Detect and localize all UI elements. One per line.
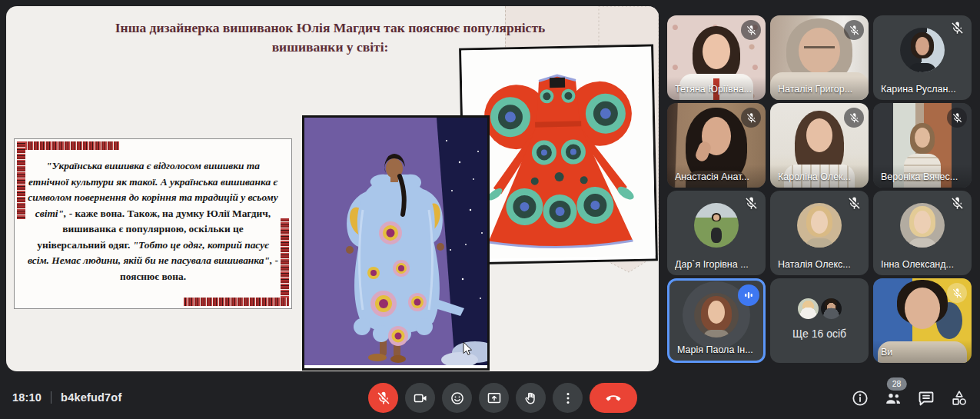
participant-name: Ви (881, 347, 892, 357)
participant-name: Наталія Олекс... (778, 259, 851, 270)
participant-name: Тетяна Юріївна... (675, 84, 752, 95)
participant-name: Марія Паола Ін... (677, 344, 753, 355)
clock-time: 18:10 (12, 391, 42, 404)
avatar (694, 203, 739, 248)
people-count-badge: 28 (887, 377, 907, 391)
mic-muted-icon (950, 196, 965, 211)
overflow-avatars (770, 298, 869, 319)
mic-muted-icon (950, 21, 965, 35)
participants-grid: Тетяна Юріївна...Наталія Григор...Карина… (667, 15, 972, 363)
chat-icon (917, 389, 935, 407)
participant-tile[interactable]: Анастасія Анат... (667, 103, 766, 188)
mic-muted-icon (947, 283, 967, 303)
mic-muted-icon (744, 196, 759, 211)
activities-button[interactable] (949, 388, 969, 408)
participant-name: Дар`я Ігорівна ... (675, 259, 749, 270)
quote-text: "Українська вишивка є відголосом вишивки… (15, 139, 291, 292)
mic-muted-icon (947, 108, 967, 128)
camera-button[interactable] (405, 383, 435, 413)
participant-tile[interactable]: Вероніка Вячес... (873, 103, 972, 188)
person-face (915, 37, 929, 55)
people-icon (884, 389, 902, 407)
google-meet-window: { "meet": { "time": "18:10", "meeting_co… (0, 0, 980, 419)
person-face (806, 118, 832, 152)
panel-buttons: 28 (850, 388, 969, 408)
person-face (703, 34, 730, 69)
participant-name: Вероніка Вячес... (881, 171, 958, 182)
hand-icon (523, 391, 539, 406)
avatar (797, 203, 842, 248)
model-blue-dress-photo (302, 115, 490, 371)
mic-muted-icon (844, 20, 864, 40)
participant-tile[interactable]: Тетяна Юріївна... (667, 15, 766, 100)
person-face (702, 117, 731, 155)
participant-tile[interactable]: Карина Руслан... (873, 15, 972, 100)
present-button[interactable] (479, 383, 509, 413)
chat-button[interactable] (916, 388, 936, 408)
person-face (799, 28, 840, 74)
reactions-button[interactable] (442, 383, 472, 413)
mic-muted-icon (847, 196, 862, 211)
more-people-label: Ще 16 осіб (770, 328, 869, 340)
participant-name: Інна Олександ... (881, 259, 954, 270)
present-icon (487, 391, 502, 406)
participant-name: Анастасія Анат... (675, 171, 749, 182)
participant-tile[interactable]: Наталія Олекс... (770, 191, 869, 275)
avatar (900, 28, 945, 72)
more-vert-icon (560, 391, 576, 406)
participant-tile[interactable]: Кароліна Олек... (770, 103, 869, 188)
quote-box: "Українська вишивка є відголосом вишивки… (14, 138, 292, 309)
people-button[interactable]: 28 (883, 388, 903, 408)
embroidery-border-left (17, 141, 25, 219)
info-icon (851, 389, 869, 407)
avatar (798, 298, 819, 319)
more-people-tile[interactable]: Ще 16 осіб (770, 278, 869, 363)
person-face (914, 211, 931, 234)
activities-icon (950, 389, 968, 407)
person-face (811, 211, 828, 234)
shared-presentation-slide[interactable]: Інша дизайнерка вишиванок Юлія Магдич та… (6, 6, 659, 371)
speaking-indicator-icon (738, 284, 759, 306)
camera-icon (413, 391, 428, 406)
person-face (915, 128, 930, 148)
embroidery-border-right (281, 218, 289, 306)
participant-name: Карина Руслан... (881, 84, 956, 95)
call-controls (368, 383, 637, 413)
mic-button[interactable] (368, 383, 398, 413)
avatar (694, 293, 739, 338)
person-face (713, 214, 719, 221)
mic-muted-icon (741, 108, 761, 128)
meeting-code: b4kefud7of (61, 391, 121, 404)
person-face (708, 301, 725, 324)
raise-hand-button[interactable] (516, 383, 546, 413)
mic-off-icon (376, 391, 391, 406)
more-options-button[interactable] (553, 383, 583, 413)
participant-name: Наталія Григор... (778, 84, 852, 95)
avatar (821, 298, 842, 319)
person-torso (904, 154, 941, 188)
participant-tile-self[interactable]: Ви (873, 278, 972, 363)
participant-tile[interactable]: Інна Олександ... (873, 191, 972, 275)
end-call-icon (606, 391, 621, 406)
meta-divider (51, 391, 51, 404)
person-torso (806, 238, 833, 248)
meeting-details-button[interactable] (850, 388, 870, 408)
participant-name: Кароліна Олек... (778, 171, 851, 182)
participant-tile[interactable]: Дар`я Ігорівна ... (667, 191, 766, 275)
meeting-meta: 18:10 b4kefud7of (12, 391, 121, 404)
embroidery-border-bottom (184, 298, 289, 306)
person-torso (909, 63, 936, 72)
person-face (905, 288, 940, 329)
embroidery-border-top (17, 141, 119, 150)
end-call-button[interactable] (590, 383, 637, 413)
mouse-cursor (461, 341, 475, 357)
person-torso (711, 228, 722, 243)
mic-muted-icon (741, 20, 761, 40)
avatar (900, 203, 945, 248)
participant-tile[interactable]: Наталія Григор... (770, 15, 869, 100)
participant-tile[interactable]: Марія Паола Ін... (667, 278, 766, 363)
person-torso (909, 238, 936, 248)
mic-muted-icon (844, 108, 864, 128)
emoji-icon (450, 391, 465, 406)
